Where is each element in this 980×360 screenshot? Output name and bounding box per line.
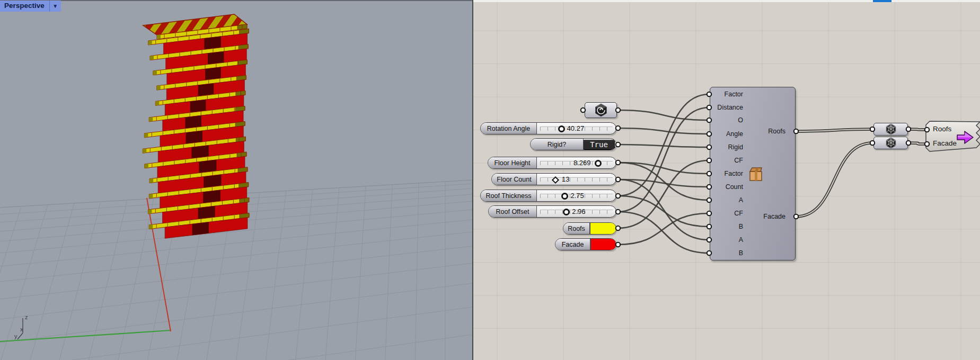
mesh-hexagon-icon xyxy=(885,137,897,149)
slider-roof_offset[interactable]: Roof Offset2.96 xyxy=(488,205,616,218)
slider-knob[interactable] xyxy=(558,125,565,132)
slider-value: 2.75 xyxy=(570,192,584,200)
slider-knob[interactable] xyxy=(561,193,568,200)
cluster-component[interactable]: FactorDistanceOAngleRigidCFFactorCountAC… xyxy=(710,87,796,260)
slider-knob[interactable] xyxy=(595,160,602,167)
slider-value: 13 xyxy=(562,175,569,183)
package-icon xyxy=(748,166,763,182)
slider-roof_thickness[interactable]: Roof Thickness2.75 xyxy=(480,190,616,202)
toggle-label: Rigid? xyxy=(531,139,584,150)
pane-divider[interactable] xyxy=(472,0,473,360)
cluster-input-label: CF xyxy=(710,157,743,164)
cluster-input-label: A xyxy=(710,196,743,204)
slider-label: Rotation Angle xyxy=(481,123,537,134)
slider-label: Roof Thickness xyxy=(481,190,537,201)
canvas-top-strip xyxy=(473,0,980,2)
viewport-title-tab[interactable]: Perspective ▼ xyxy=(0,1,61,12)
canvas-scroll-indicator[interactable] xyxy=(873,0,891,2)
cluster-input-label: B xyxy=(710,249,743,257)
rhino-viewport[interactable]: zxy Perspective ▼ xyxy=(0,0,472,360)
mesh-component-2[interactable] xyxy=(873,137,908,149)
app-window: zxy Perspective ▼ Rotation Angle40.27Flo… xyxy=(0,0,980,360)
swatch-color[interactable] xyxy=(590,239,616,250)
cluster-input-label: Factor xyxy=(710,170,743,177)
slider-value: 2.96 xyxy=(572,208,585,215)
slider-track[interactable]: 8.269 xyxy=(537,157,616,168)
panel-item-label: Facade xyxy=(933,139,957,147)
cluster-input-label: Count xyxy=(710,183,743,191)
viewport-title[interactable]: Perspective xyxy=(0,1,49,12)
slider-track[interactable]: 2.75 xyxy=(537,190,616,201)
cluster-input-label: B xyxy=(710,223,743,230)
mesh-component-1[interactable] xyxy=(873,123,908,136)
toggle-track[interactable]: True xyxy=(584,139,616,150)
svg-text:x: x xyxy=(20,326,23,332)
cluster-input-label: CF xyxy=(710,210,743,217)
swatch-label: Roofs xyxy=(563,223,590,234)
spiral-hexagon-icon xyxy=(593,103,609,117)
slider-track[interactable]: 2.96 xyxy=(537,206,616,217)
slider-label: Floor Count xyxy=(492,174,537,185)
slider-track[interactable]: 40.27 xyxy=(537,123,616,134)
slider-value: 8.269 xyxy=(573,159,591,167)
cluster-input-label: Rigid xyxy=(710,143,743,151)
grasshopper-canvas[interactable]: Rotation Angle40.27Floor Height8.269Floo… xyxy=(473,0,980,360)
slider-track[interactable]: 13 xyxy=(537,174,616,185)
slider-floor_height[interactable]: Floor Height8.269 xyxy=(488,157,616,169)
svg-text:y: y xyxy=(14,333,17,339)
slider-rotation_angle[interactable]: Rotation Angle40.27 xyxy=(480,122,616,134)
cluster-input-label: O xyxy=(710,116,743,124)
cluster-input-label: Angle xyxy=(710,130,743,138)
viewport-top-edge xyxy=(0,0,472,1)
cluster-input-label: Distance xyxy=(710,104,743,111)
swatch-label: Facade xyxy=(555,239,590,250)
slider-knob[interactable] xyxy=(563,209,570,215)
slider-value: 40.27 xyxy=(567,124,585,132)
slider-floor_count[interactable]: Floor Count13 xyxy=(491,173,616,185)
toggle-rigid[interactable]: Rigid?True xyxy=(530,138,616,150)
panel-item-label: Roofs xyxy=(933,125,951,133)
cluster-input-label: Factor xyxy=(710,91,743,98)
toggle-value[interactable]: True xyxy=(584,140,615,150)
export-arrow-icon xyxy=(957,130,974,145)
cluster-input-label: A xyxy=(710,236,743,244)
viewport-3d-scene[interactable]: zxy xyxy=(0,0,472,360)
spiral-component[interactable] xyxy=(585,102,617,118)
cluster-output-label: Facade xyxy=(763,213,785,220)
tower-model xyxy=(143,14,249,238)
slider-ticks xyxy=(540,177,613,182)
swatch-facade_swatch[interactable]: Facade xyxy=(555,238,616,250)
cluster-output-label: Roofs xyxy=(768,128,785,135)
swatch-color[interactable] xyxy=(590,223,616,234)
swatch-roofs_swatch[interactable]: Roofs xyxy=(563,222,616,235)
slider-label: Roof Offset xyxy=(489,206,537,217)
slider-label: Floor Height xyxy=(488,157,537,168)
svg-text:z: z xyxy=(25,314,28,320)
chevron-down-icon[interactable]: ▼ xyxy=(49,1,61,12)
mesh-hexagon-icon xyxy=(885,123,897,135)
